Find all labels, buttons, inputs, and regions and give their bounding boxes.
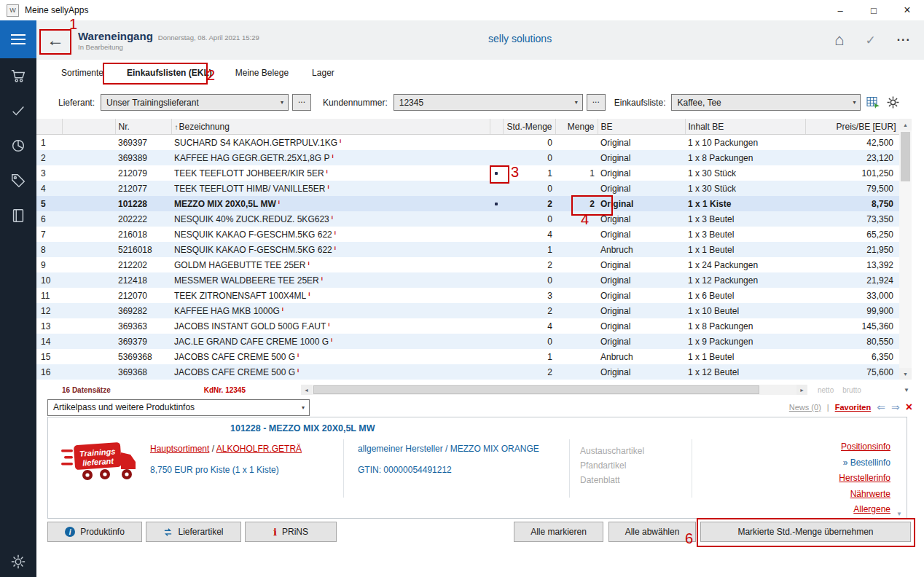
produktinfo-select[interactable]: Artikelpass und weitere Produktinfos ▾ [47,399,310,416]
article-info-icon[interactable]: i [297,367,299,374]
detail-scroll-down-icon[interactable]: ▼ [896,511,902,517]
table-row[interactable]: 3212079TEEK TEEFLOTT JOHBEER/KIR 5ERi11O… [36,165,899,181]
checkmark-icon[interactable] [10,103,26,119]
std-menge-cell: 0 [503,211,555,227]
confirm-icon[interactable]: ✓ [865,33,875,48]
lieferartikel-button[interactable]: Lieferartikel [146,522,241,542]
settings-gear-icon[interactable] [10,554,26,570]
article-info-icon[interactable]: i [328,321,329,328]
news-link[interactable]: News (0) [789,403,821,412]
tab-sortimente[interactable]: Sortimente [58,66,106,79]
warengruppe-link[interactable]: ALKOHOLFR.GETRÄ [216,444,302,454]
table-row[interactable]: 9212202GOLDM HAGEBUTTE TEE 25ERi2Origina… [36,257,899,272]
netto-toggle[interactable]: netto [818,386,834,394]
export-list-icon[interactable] [866,96,880,109]
pie-chart-icon[interactable] [10,138,26,154]
col-bezeichnung-header[interactable]: ↑Bezeichnung [171,119,490,135]
hscrollbar-thumb[interactable] [313,385,759,394]
cart-icon[interactable] [10,68,26,84]
more-menu-icon[interactable]: ... [897,31,911,44]
nav-next-icon[interactable]: ⇒ [891,401,900,413]
produktinfo-button[interactable]: i Produktinfo [47,522,142,542]
home-icon[interactable]: ⌂ [834,31,844,50]
article-info-icon[interactable]: i [334,229,336,236]
vertical-scrollbar[interactable]: ▲ ▼ [899,119,912,380]
article-name-cell: KAFFEE HAG GEGR.GETR.25X1,8G Pi [171,150,490,165]
article-info-icon[interactable]: i [308,291,310,297]
table-row[interactable]: 7216018NESQUIK KAKAO F-GESCHM.5KG 622i4O… [36,227,899,242]
article-info-icon[interactable]: i [334,245,336,251]
table-row[interactable]: 155369368JACOBS CAFE CREME 500 Gi1Anbruc… [36,349,899,364]
kundennummer-select[interactable]: 12345 ▾ [394,94,583,111]
alle-markieren-button[interactable]: Alle markieren [514,522,603,542]
close-panel-icon[interactable]: × [906,401,912,414]
pane-scroll-down-icon[interactable]: ▼ [904,387,909,393]
table-row[interactable]: 11212070TEEK ZITRONENSAFT 100X4MLi3Origi… [36,288,899,303]
article-info-icon[interactable]: i [308,260,310,267]
article-info-icon[interactable]: i [282,306,283,313]
article-info-icon[interactable]: i [321,275,323,282]
allergene-link[interactable]: Allergene [853,504,890,514]
table-row[interactable]: 13369363JACOBS INSTANT GOLD 500G F.AUTi4… [36,318,899,334]
article-info-icon[interactable]: i [297,352,299,358]
table-row[interactable]: 85216018NESQUIK KAKAO F-GESCHM.5KG 622i1… [36,242,899,257]
tab-einkaufslisten[interactable]: Einkaufslisten (EKL) [124,66,215,79]
alle-abwaehlen-button[interactable]: Alle abwählen [608,522,696,542]
naehrwerte-link[interactable]: Nährwerte [850,489,890,499]
article-info-icon[interactable]: i [327,184,329,190]
maximize-button[interactable]: □ [857,0,890,20]
herstellerinfo-link[interactable]: Herstellerinfo [839,473,890,483]
table-row[interactable]: 12369282KAFFEE HAG MKB 1000Gi2Original1 … [36,303,899,318]
article-info-icon[interactable]: i [278,199,280,205]
minimize-button[interactable]: – [823,0,857,20]
std-menge-uebernehmen-button[interactable]: Markierte Std.-Menge übernehmen [700,522,911,542]
catalog-icon[interactable] [10,208,26,224]
table-row[interactable]: 4212077TEEK TEEFLOTT HIMB/ VANILLE5ERi0O… [36,181,899,196]
price-tag-icon[interactable] [10,173,26,189]
col-std-menge-header[interactable]: Std.-Menge [503,119,555,135]
tab-meine-belege[interactable]: Meine Belege [232,66,291,79]
scroll-left-icon[interactable]: ◄ [301,385,312,395]
table-row[interactable]: 5101228MEZZO MIX 20X0,5L MWi22Original1 … [36,196,899,211]
table-row[interactable]: 6202222NESQUIK 40% ZUCK.REDUZ. 5KG623i0O… [36,211,899,227]
close-button[interactable]: × [890,0,924,20]
inhalt-be-cell: 1 x 9 Packungen [685,334,805,349]
scroll-up-icon[interactable]: ▲ [899,119,912,130]
scrollbar-thumb[interactable] [901,132,910,181]
bestellinfo-link[interactable]: » Bestellinfo [843,458,890,468]
col-preis-header[interactable]: Preis/BE [EUR] [805,119,899,135]
tab-lager[interactable]: Lager [309,66,337,79]
favoriten-link[interactable]: Favoriten [835,403,872,412]
hauptsortiment-link[interactable]: Hauptsortiment [150,444,209,454]
horizontal-scrollbar[interactable]: ◄ ► [301,385,807,395]
table-row[interactable]: 2369389KAFFEE HAG GEGR.GETR.25X1,8G Pi0O… [36,150,899,165]
nav-prev-icon[interactable]: ⇐ [877,401,885,413]
table-row[interactable]: 14369379JAC.LE GRAND CAFE CREME 1000 Gi0… [36,334,899,349]
col-menge-header[interactable]: Menge [555,119,598,135]
table-row[interactable]: 10212418MESSMER WALDBEERE TEE 25ERi0Orig… [36,272,899,288]
scroll-down-icon[interactable]: ▼ [899,368,912,380]
lieferant-more-button[interactable]: ... [292,94,311,111]
prins-button[interactable]: i PRiNS [245,522,337,542]
article-number-cell: 5216018 [115,242,171,257]
col-nr-header[interactable]: Nr. [115,119,171,135]
kundennummer-more-button[interactable]: ... [587,94,606,111]
article-info-icon[interactable]: i [332,214,333,221]
menge-cell: 2 [555,196,598,211]
hamburger-menu-icon[interactable] [0,20,36,58]
back-button[interactable]: ← [43,30,68,50]
article-info-icon[interactable]: i [326,168,328,175]
filter-settings-gear-icon[interactable] [886,95,900,109]
article-info-icon[interactable]: i [332,153,333,160]
positionsinfo-link[interactable]: Positionsinfo [841,441,890,452]
brutto-toggle[interactable]: brutto [842,386,861,394]
einkaufsliste-select[interactable]: Kaffee, Tee ▾ [671,94,861,111]
col-inhalt-be-header[interactable]: Inhalt BE [685,119,805,135]
scroll-right-icon[interactable]: ► [796,385,807,395]
col-be-header[interactable]: BE [598,119,685,135]
article-info-icon[interactable]: i [340,138,341,144]
table-row[interactable]: 1369397SUCHARD S4 KAKAOH.GETRPULV.1KGi0O… [36,135,899,151]
article-info-icon[interactable]: i [331,337,332,343]
table-row[interactable]: 16369368JACOBS CAFE CREME 500 Gi2Origina… [36,364,899,380]
lieferant-select[interactable]: Unser Trainingslieferant ▾ [101,94,289,111]
